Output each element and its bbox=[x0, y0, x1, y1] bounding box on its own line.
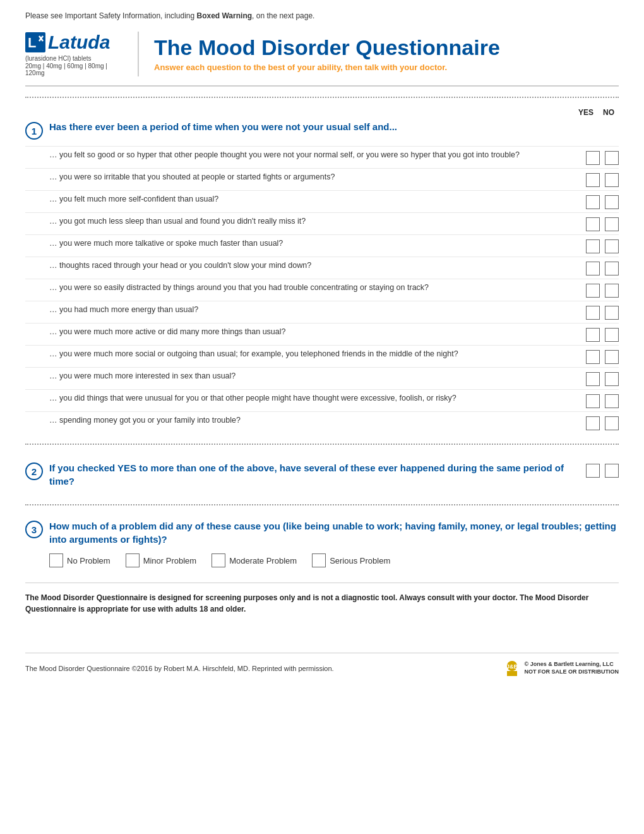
section2-no-checkbox[interactable] bbox=[605, 464, 619, 478]
section1-item-text: … thoughts raced through your head or yo… bbox=[25, 260, 586, 272]
section1-items: … you felt so good or so hyper that othe… bbox=[25, 146, 619, 433]
section1-item-checkboxes bbox=[586, 216, 619, 231]
no-checkbox-6[interactable] bbox=[605, 284, 619, 298]
section-divider-top bbox=[25, 97, 619, 98]
yes-checkbox-10[interactable] bbox=[586, 372, 600, 386]
latuda-logo: L Latuda bbox=[25, 32, 126, 53]
section1-item-checkboxes bbox=[586, 371, 619, 386]
section1-item-row: … you had much more energy than usual? bbox=[25, 301, 619, 323]
no-checkbox-9[interactable] bbox=[605, 350, 619, 364]
no-checkbox-3[interactable] bbox=[605, 217, 619, 231]
section1-item-checkboxes bbox=[586, 305, 619, 320]
section1-item-row: … you were so irritable that you shouted… bbox=[25, 168, 619, 190]
yes-checkbox-12[interactable] bbox=[586, 416, 600, 430]
section1-item-checkboxes bbox=[586, 238, 619, 253]
section1-title: Has there ever been a period of time whe… bbox=[49, 121, 619, 133]
section1-item-checkboxes bbox=[586, 393, 619, 408]
yes-checkbox-6[interactable] bbox=[586, 284, 600, 298]
yes-checkbox-1[interactable] bbox=[586, 173, 600, 187]
no-checkbox-4[interactable] bbox=[605, 239, 619, 253]
footer-logo: J&B © Jones & Bartlett Learning, LLC NOT… bbox=[503, 660, 619, 677]
svg-text:J&B: J&B bbox=[506, 663, 518, 670]
yes-checkbox-9[interactable] bbox=[586, 350, 600, 364]
section1-item-row: … you felt so good or so hyper that othe… bbox=[25, 146, 619, 168]
no-checkbox-10[interactable] bbox=[605, 372, 619, 386]
section1-item-checkboxes bbox=[586, 327, 619, 342]
section3-title: How much of a problem did any of these c… bbox=[49, 519, 619, 546]
section1-item-row: … you were much more active or did many … bbox=[25, 323, 619, 345]
logo-area: L Latuda (lurasidone HCl) tablets 20mg |… bbox=[25, 32, 139, 76]
section2-yes-checkbox[interactable] bbox=[586, 464, 600, 478]
disclaimer: The Mood Disorder Questionnaire is desig… bbox=[25, 583, 619, 615]
section1-item-row: … you were much more social or outgoing … bbox=[25, 345, 619, 367]
footer-copyright: The Mood Disorder Questionnaire ©2016 by… bbox=[25, 665, 334, 672]
latuda-logo-icon: L bbox=[25, 32, 45, 52]
section1-item-text: … you got much less sleep than usual and… bbox=[25, 216, 586, 227]
section2-number: 2 bbox=[25, 462, 43, 480]
problem-checkbox-2[interactable] bbox=[212, 553, 225, 567]
problem-checkbox-3[interactable] bbox=[312, 553, 326, 567]
section1-header: 1 Has there ever been a period of time w… bbox=[25, 121, 619, 140]
section-1: YES NO 1 Has there ever been a period of… bbox=[25, 108, 619, 433]
svg-text:L: L bbox=[28, 35, 36, 51]
section1-item-text: … you were much more social or outgoing … bbox=[25, 349, 586, 360]
section1-item-row: … spending money got you or your family … bbox=[25, 411, 619, 433]
section1-item-row: … you were so easily distracted by thing… bbox=[25, 279, 619, 301]
yes-checkbox-2[interactable] bbox=[586, 195, 600, 209]
section2-checkboxes bbox=[586, 461, 619, 478]
no-checkbox-5[interactable] bbox=[605, 262, 619, 275]
no-checkbox-12[interactable] bbox=[605, 416, 619, 430]
problem-option: Serious Problem bbox=[312, 553, 390, 567]
section1-item-checkboxes bbox=[586, 194, 619, 209]
section-divider-2 bbox=[25, 444, 619, 445]
section1-item-text: … you were much more interested in sex t… bbox=[25, 371, 586, 382]
logo-dosages: 20mg | 40mg | 60mg | 80mg | 120mg bbox=[25, 63, 126, 76]
problem-label-0: No Problem bbox=[67, 556, 110, 565]
section1-item-checkboxes bbox=[586, 415, 619, 430]
yes-header: YES bbox=[577, 108, 595, 117]
no-checkbox-7[interactable] bbox=[605, 306, 619, 320]
section1-item-text: … you were so easily distracted by thing… bbox=[25, 282, 586, 294]
top-notice: Please see Important Safety Information,… bbox=[25, 11, 619, 20]
no-checkbox-11[interactable] bbox=[605, 394, 619, 408]
yes-checkbox-0[interactable] bbox=[586, 151, 600, 165]
section-divider-3 bbox=[25, 504, 619, 505]
problem-option: Moderate Problem bbox=[212, 553, 297, 567]
problem-checkbox-0[interactable] bbox=[49, 553, 63, 567]
no-header: NO bbox=[600, 108, 617, 117]
logo-name: Latuda bbox=[48, 32, 110, 53]
questionnaire-subtitle: Answer each question to the best of your… bbox=[154, 63, 619, 72]
problem-label-3: Serious Problem bbox=[330, 556, 390, 565]
section1-item-text: … spending money got you or your family … bbox=[25, 415, 586, 426]
problem-checkbox-1[interactable] bbox=[126, 553, 140, 567]
yes-checkbox-5[interactable] bbox=[586, 262, 600, 275]
no-checkbox-8[interactable] bbox=[605, 328, 619, 342]
yes-checkbox-8[interactable] bbox=[586, 328, 600, 342]
section1-item-checkboxes bbox=[586, 282, 619, 298]
section1-item-text: … you were much more talkative or spoke … bbox=[25, 238, 586, 250]
title-area: The Mood Disorder Questionnaire Answer e… bbox=[154, 36, 619, 71]
yes-checkbox-11[interactable] bbox=[586, 394, 600, 408]
no-checkbox-0[interactable] bbox=[605, 151, 619, 165]
footer-logo-text: © Jones & Bartlett Learning, LLC NOT FOR… bbox=[525, 661, 619, 675]
problem-options: No Problem Minor Problem Moderate Proble… bbox=[25, 553, 619, 567]
problem-option: Minor Problem bbox=[126, 553, 197, 567]
problem-option: No Problem bbox=[49, 553, 110, 567]
section1-item-row: … you felt much more self-confident than… bbox=[25, 190, 619, 212]
page-footer: The Mood Disorder Questionnaire ©2016 by… bbox=[25, 653, 619, 677]
section1-item-text: … you did things that were unusual for y… bbox=[25, 393, 586, 404]
section1-item-text: … you were so irritable that you shouted… bbox=[25, 172, 586, 183]
yes-no-header: YES NO bbox=[25, 108, 619, 117]
yes-checkbox-7[interactable] bbox=[586, 306, 600, 320]
section1-item-checkboxes bbox=[586, 260, 619, 275]
yes-checkbox-4[interactable] bbox=[586, 239, 600, 253]
section1-item-row: … you did things that were unusual for y… bbox=[25, 389, 619, 411]
questionnaire-title: The Mood Disorder Questionnaire bbox=[154, 36, 619, 59]
no-checkbox-2[interactable] bbox=[605, 195, 619, 209]
jones-bartlett-icon: J&B bbox=[503, 660, 521, 677]
section1-item-text: … you felt much more self-confident than… bbox=[25, 194, 586, 205]
no-checkbox-1[interactable] bbox=[605, 173, 619, 187]
section3-number: 3 bbox=[25, 521, 43, 538]
yes-checkbox-3[interactable] bbox=[586, 217, 600, 231]
section-2: 2 If you checked YES to more than one of… bbox=[25, 455, 619, 494]
